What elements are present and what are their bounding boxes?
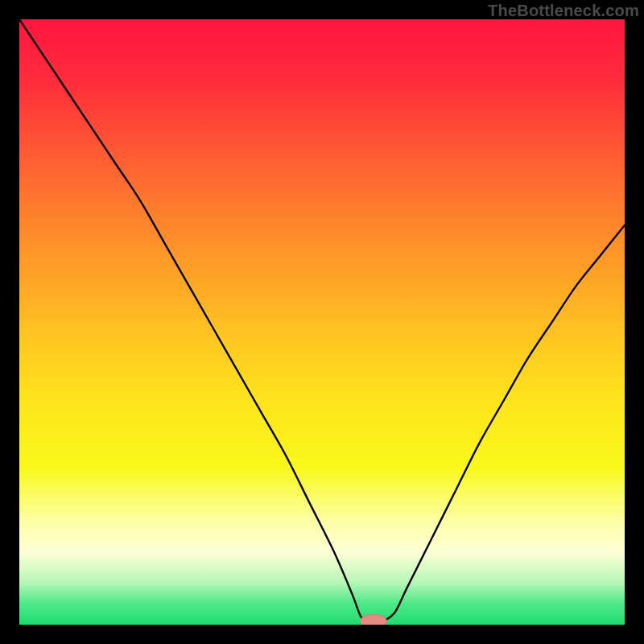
plot-area [19, 19, 625, 625]
optimal-marker [360, 614, 386, 625]
gradient-background [19, 19, 625, 625]
chart-frame: TheBottleneck.com [0, 0, 644, 644]
watermark-text: TheBottleneck.com [488, 2, 639, 20]
bottleneck-chart [19, 19, 625, 625]
